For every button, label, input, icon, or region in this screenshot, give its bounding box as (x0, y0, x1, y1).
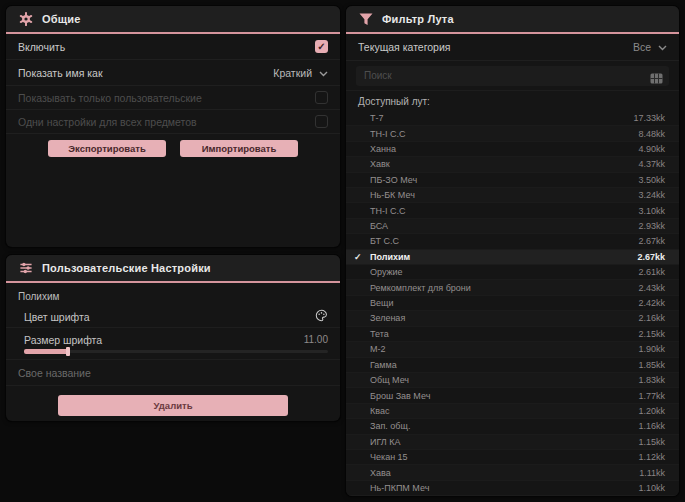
loot-item-value: 1.15kk (638, 437, 665, 447)
loot-list-item[interactable]: ✓ Чекан 15 1.12kk (346, 450, 679, 465)
loot-item-value: 1.85kk (638, 360, 665, 370)
loot-list-item[interactable]: ✓ Оружие 2.61kk (346, 265, 679, 280)
loot-item-value: 3.50kk (638, 175, 665, 185)
loot-item-name: Чекан 15 (370, 452, 408, 462)
loot-item-name: Общ Меч (370, 375, 409, 385)
category-value: Все (633, 41, 651, 53)
custom-only-checkbox[interactable] (315, 91, 328, 104)
loot-list-item[interactable]: ✓ ТН-I С.С 8.48kk (346, 126, 679, 141)
font-color-row: Цвет шрифта (6, 306, 340, 328)
loot-item-name: Нь-ПКПМ Меч (370, 483, 429, 493)
general-panel: Общие Включить ✓ Показать имя как Кратки… (6, 6, 340, 247)
loot-list-item[interactable]: ✓ Ремкомплект для брони 2.43kk (346, 280, 679, 295)
search-box (356, 66, 669, 86)
custom-settings-header: Пользовательские Настройки (6, 255, 340, 283)
loot-list-item[interactable]: ✓ Гамма 1.85kk (346, 358, 679, 373)
font-size-value: 11.00 (304, 334, 328, 345)
loot-item-name: Нь-БК Меч (370, 190, 415, 200)
custom-only-row: Показывать только пользовательские (6, 86, 340, 110)
loot-item-value: 1.83kk (638, 375, 665, 385)
slider-thumb[interactable] (66, 347, 70, 356)
loot-item-name: Гамма (370, 360, 397, 370)
loot-item-value: 4.37kk (638, 159, 665, 169)
custom-settings-title: Пользовательские Настройки (42, 262, 211, 274)
loot-item-value: 2.67kk (637, 252, 665, 262)
loot-item-value: 1.16kk (638, 421, 665, 431)
loot-item-name: Т-7 (370, 113, 384, 123)
font-size-slider[interactable] (24, 349, 328, 354)
loot-item-name: Брош Зав Меч (370, 391, 430, 401)
loot-list-item[interactable]: ✓ Т-7 17.33kk (346, 111, 679, 126)
category-row: Текущая категория Все (346, 34, 679, 61)
loot-list-item[interactable]: ✓ ИГЛ КА 1.15kk (346, 435, 679, 450)
loot-item-value: 3.24kk (638, 190, 665, 200)
loot-list-item[interactable]: ✓ Хавк 4.37kk (346, 157, 679, 172)
gear-icon (19, 12, 33, 26)
chevron-down-icon (658, 41, 667, 53)
loot-item-value: 1.11kk (639, 468, 665, 478)
enable-row: Включить ✓ (6, 34, 340, 60)
custom-settings-panel: Пользовательские Настройки Полихим Цвет … (6, 255, 340, 421)
loot-list-item[interactable]: ✓ М-2 1.90kk (346, 342, 679, 357)
export-button[interactable]: Экспортировать (48, 140, 166, 157)
loot-item-value: 2.16kk (638, 313, 665, 323)
loot-item-name: Оружие (370, 267, 403, 277)
loot-list-item[interactable]: ✓ Общ Меч 1.83kk (346, 373, 679, 388)
palette-icon[interactable] (315, 309, 328, 324)
import-button[interactable]: Импортировать (180, 140, 298, 157)
loot-item-value: 1.10kk (638, 483, 665, 493)
loot-list-item[interactable]: ✓ ПБ-ЗО Меч 3.50kk (346, 173, 679, 188)
loot-list-item[interactable]: ✓ Хава 1.11kk (346, 465, 679, 480)
loot-list-item[interactable]: ✓ Зап. общ. 1.16kk (346, 419, 679, 434)
search-row (346, 61, 679, 91)
funnel-icon (359, 13, 373, 26)
loot-item-name: Зеленая (370, 313, 405, 323)
loot-list-item[interactable]: ✓ БТ С.С 2.67kk (346, 234, 679, 249)
shared-settings-checkbox[interactable] (315, 115, 328, 128)
name-display-row: Показать имя как Краткий (6, 60, 340, 86)
loot-list-item[interactable]: ✓ Нь-ПКПМ Меч 1.10kk (346, 481, 679, 496)
loot-item-name: Тета (370, 329, 389, 339)
shared-settings-row: Одни настройки для всех предметов (6, 110, 340, 134)
chevron-down-icon (319, 67, 328, 79)
category-label: Текущая категория (358, 41, 451, 53)
name-display-select[interactable]: Краткий (273, 67, 328, 79)
loot-list-item[interactable]: ✓ Вещи 2.42kk (346, 296, 679, 311)
shared-settings-label: Одни настройки для всех предметов (18, 116, 197, 128)
search-input[interactable] (356, 70, 669, 81)
loot-list-item[interactable]: ✓ ТН-I С.С 3.10kk (346, 203, 679, 218)
grid-icon[interactable] (650, 70, 663, 88)
category-select[interactable]: Все (633, 41, 667, 53)
loot-item-value: 8.48kk (638, 129, 665, 139)
delete-button[interactable]: Удалить (58, 395, 288, 416)
loot-list-item[interactable]: ✓ Ханна 4.90kk (346, 142, 679, 157)
loot-item-name: БСА (370, 221, 388, 231)
loot-item-value: 4.90kk (638, 144, 665, 154)
loot-item-name: Хава (370, 468, 391, 478)
font-size-row: Размер шрифта 11.00 (6, 328, 340, 360)
loot-item-value: 3.10kk (638, 206, 665, 216)
loot-item-value: 1.20kk (638, 406, 665, 416)
loot-item-name: Зап. общ. (370, 421, 410, 431)
enable-checkbox[interactable]: ✓ (315, 40, 328, 53)
loot-item-value: 2.93kk (638, 221, 665, 231)
custom-name-input[interactable] (6, 360, 340, 386)
loot-item-value: 2.15kk (638, 329, 665, 339)
sliders-icon (19, 261, 33, 275)
loot-list-item[interactable]: ✓ БСА 2.93kk (346, 219, 679, 234)
loot-item-name: Вещи (370, 298, 393, 308)
loot-item-name: М-2 (370, 344, 386, 354)
loot-list-item[interactable]: ✓ Тета 2.15kk (346, 327, 679, 342)
loot-list-item[interactable]: ✓ Полихим 2.67kk (346, 250, 679, 265)
loot-list-item[interactable]: ✓ Квас 1.20kk (346, 404, 679, 419)
loot-item-value: 2.67kk (638, 236, 665, 246)
loot-list-item[interactable]: ✓ Зеленая 2.16kk (346, 311, 679, 326)
loot-filter-header: Фильтр Лута (346, 6, 679, 34)
loot-item-name: БТ С.С (370, 236, 399, 246)
loot-list-item[interactable]: ✓ Нь-БК Меч 3.24kk (346, 188, 679, 203)
font-size-label: Размер шрифта (24, 334, 102, 346)
slider-fill (24, 349, 68, 354)
general-panel-header: Общие (6, 6, 340, 34)
available-loot-label: Доступный лут: (346, 91, 679, 111)
loot-list-item[interactable]: ✓ Брош Зав Меч 1.77kk (346, 388, 679, 403)
